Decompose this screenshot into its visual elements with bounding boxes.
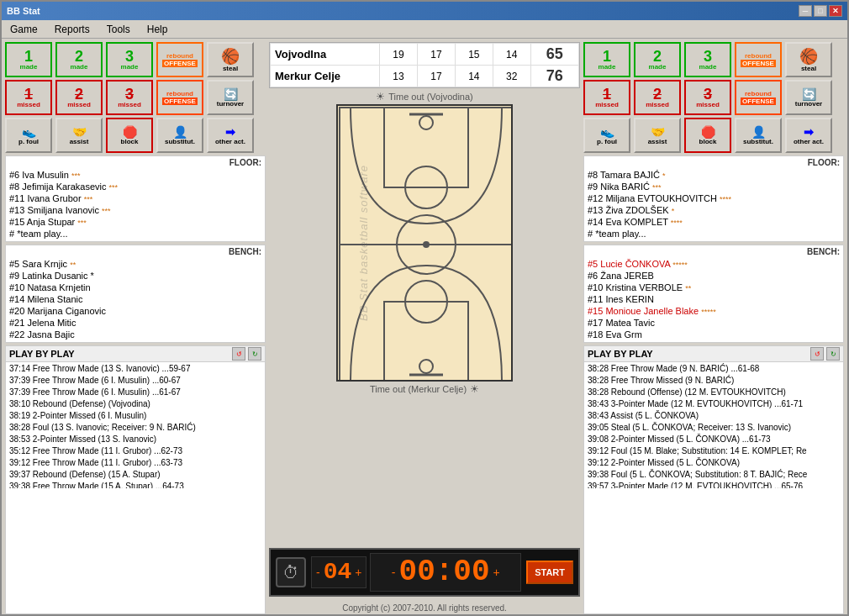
left-substitution-button[interactable]: 👤substitut. bbox=[156, 118, 203, 153]
left-floor-player-2[interactable]: #8 Jefimija Karakasevic *** bbox=[9, 181, 261, 192]
left-block-button[interactable]: 🛑block bbox=[106, 118, 153, 153]
time-minus[interactable]: - bbox=[390, 566, 398, 579]
left-bench-player-5[interactable]: #20 Marijana Ciganovic bbox=[9, 305, 261, 317]
right-pbp-icon-2[interactable]: ↻ bbox=[826, 347, 840, 361]
left-pbp-entry[interactable]: 35:12 Free Throw Made (11 I. Grubor) ...… bbox=[6, 445, 265, 457]
right-bench-player-1[interactable]: #5 Lucie ČONKOVA ***** bbox=[588, 258, 840, 270]
left-floor-player-4[interactable]: #13 Smiljana Ivanovic *** bbox=[9, 204, 261, 216]
left-bench-player-3[interactable]: #10 Natasa Krnjetin bbox=[9, 282, 261, 293]
right-floor-player-4[interactable]: #13 Živa ZDOLŠEK * bbox=[588, 204, 840, 216]
right-pbp-entry[interactable]: 39:12 2-Pointer Missed (5 L. ČONKOVA) bbox=[584, 457, 843, 469]
right-bench-player-5[interactable]: #15 Monioue Janelle Blake ***** bbox=[588, 305, 840, 317]
left-bench-player-7[interactable]: #22 Jasna Bajic bbox=[9, 329, 261, 340]
left-3-made-button[interactable]: 3made bbox=[106, 42, 153, 77]
left-bench-player-2[interactable]: #9 Latinka Dusanic * bbox=[9, 270, 261, 282]
right-floor-player-3[interactable]: #12 Miljana EVTOUKHOVITCH **** bbox=[588, 192, 840, 204]
right-bench-player-4[interactable]: #11 Ines KERIN bbox=[588, 293, 840, 305]
right-bench-player-7[interactable]: #18 Eva Grm bbox=[588, 329, 840, 340]
left-foul-button[interactable]: 👟p. foul bbox=[5, 118, 52, 153]
left-pbp-entry[interactable]: 38:19 2-Pointer Missed (6 I. Musulin) bbox=[6, 410, 265, 422]
right-rebound-offense-button[interactable]: rebound OFFENSE bbox=[735, 42, 782, 77]
right-pbp-entry[interactable]: 39:12 Foul (15 M. Blake; Substitution: 1… bbox=[584, 445, 843, 457]
right-pbp-section: PLAY BY PLAY ↺ ↻ 38:28 Free Throw Made (… bbox=[583, 345, 844, 614]
left-pbp-entry[interactable]: 37:14 Free Throw Made (13 S. Ivanovic) .… bbox=[6, 363, 265, 375]
left-floor-player-1[interactable]: #6 Iva Musulin *** bbox=[9, 169, 261, 181]
left-floor-player-3[interactable]: #11 Ivana Grubor *** bbox=[9, 192, 261, 204]
left-pbp-entry[interactable]: 39:12 Free Throw Made (11 I. Grubor) ...… bbox=[6, 457, 265, 469]
left-bench-player-4[interactable]: #14 Milena Stanic bbox=[9, 293, 261, 305]
team2-q3: 14 bbox=[455, 66, 493, 87]
left-floor-player-5[interactable]: #15 Anja Stupar *** bbox=[9, 216, 261, 228]
right-pbp-entry[interactable]: 38:28 Free Throw Missed (9 N. BARIĆ) bbox=[584, 375, 843, 387]
right-bench-player-3[interactable]: #10 Kristina VERBOLE ** bbox=[588, 282, 840, 293]
left-1-missed-button[interactable]: 1missed bbox=[5, 80, 52, 115]
left-pbp-entry[interactable]: 39:37 Rebound (Defense) (15 A. Stupar) bbox=[6, 469, 265, 481]
left-pbp-icon-1[interactable]: ↺ bbox=[232, 347, 245, 361]
left-3-missed-button[interactable]: 3missed bbox=[106, 80, 153, 115]
right-1-missed-button[interactable]: 1missed bbox=[583, 80, 630, 115]
right-foul-button[interactable]: 👟p. foul bbox=[583, 118, 630, 153]
left-bench-player-1[interactable]: #5 Sara Krnjic ** bbox=[9, 258, 261, 270]
start-button[interactable]: START bbox=[526, 561, 573, 584]
left-pbp-entry[interactable]: 38:53 2-Pointer Missed (13 S. Ivanovic) bbox=[6, 434, 265, 445]
left-pbp-entry[interactable]: 38:10 Rebound (Defense) (Vojvodina) bbox=[6, 398, 265, 410]
left-assist-button[interactable]: 🤝assist bbox=[55, 118, 103, 153]
left-turnover-button[interactable]: 🔄turnover bbox=[207, 80, 254, 115]
right-block-button[interactable]: 🛑block bbox=[684, 118, 731, 153]
left-steal-button[interactable]: 🏀steal bbox=[207, 42, 254, 77]
right-floor-player-5[interactable]: #14 Eva KOMPLET **** bbox=[588, 216, 840, 228]
timer-display: - 04 + - 00:00 + bbox=[311, 553, 521, 592]
menu-help[interactable]: Help bbox=[142, 22, 173, 37]
right-bench-player-6[interactable]: #17 Matea Tavic bbox=[588, 317, 840, 329]
right-2-missed-button[interactable]: 2missed bbox=[634, 80, 681, 115]
left-floor-player-team[interactable]: # *team play... bbox=[9, 228, 261, 240]
left-pbp-entry[interactable]: 37:39 Free Throw Made (6 I. Musulin) ...… bbox=[6, 375, 265, 387]
menu-game[interactable]: Game bbox=[5, 22, 43, 37]
right-rebound-defense-button[interactable]: rebound OFFENSE bbox=[735, 80, 782, 115]
menu-tools[interactable]: Tools bbox=[102, 22, 135, 37]
right-steal-button[interactable]: 🏀steal bbox=[785, 42, 832, 77]
team1-q3: 15 bbox=[455, 44, 493, 66]
left-pbp-entry[interactable]: 39:38 Free Throw Made (15 A. Stupar) ...… bbox=[6, 481, 265, 488]
right-floor-player-1[interactable]: #8 Tamara BAJIĆ * bbox=[588, 169, 840, 181]
timeout-top: ☀ Time out (Vojvodina) bbox=[376, 91, 472, 103]
left-2-missed-button[interactable]: 2missed bbox=[55, 80, 103, 115]
right-pbp-entry[interactable]: 38:43 Assist (5 L. ČONKOVA) bbox=[584, 410, 843, 422]
quarter-plus[interactable]: + bbox=[353, 566, 363, 579]
left-1-made-button[interactable]: 1made bbox=[5, 42, 52, 77]
right-other-button[interactable]: ➡other act. bbox=[785, 118, 832, 153]
right-substitution-button[interactable]: 👤substitut. bbox=[735, 118, 782, 153]
right-pbp-entry[interactable]: 39:08 2-Pointer Missed (5 L. ČONKOVA) ..… bbox=[584, 434, 843, 445]
right-bench-player-2[interactable]: #6 Žana JEREB bbox=[588, 270, 840, 282]
left-bench-player-6[interactable]: #21 Jelena Mitic bbox=[9, 317, 261, 329]
right-2-made-button[interactable]: 2made bbox=[634, 42, 681, 77]
left-other-button[interactable]: ➡other act. bbox=[207, 118, 254, 153]
right-1-made-button[interactable]: 1made bbox=[583, 42, 630, 77]
left-2-made-button[interactable]: 2made bbox=[55, 42, 103, 77]
right-pbp-entry[interactable]: 39:05 Steal (5 L. ČONKOVA; Receiver: 13 … bbox=[584, 422, 843, 434]
right-floor-player-2[interactable]: #9 Nika BARIĆ *** bbox=[588, 181, 840, 192]
right-3-missed-button[interactable]: 3missed bbox=[684, 80, 731, 115]
left-panel: 1made 2made 3made rebound OFFENSE 🏀steal… bbox=[5, 42, 266, 614]
right-pbp-entry[interactable]: 38:43 3-Pointer Made (12 M. EVTOUKHOVITC… bbox=[584, 398, 843, 410]
left-pbp-icon-2[interactable]: ↻ bbox=[248, 347, 261, 361]
close-button[interactable]: ✕ bbox=[829, 5, 842, 17]
minimize-button[interactable]: ─ bbox=[799, 5, 812, 17]
right-pbp-entry[interactable]: 38:28 Free Throw Made (9 N. BARIĆ) ...61… bbox=[584, 363, 843, 375]
left-rebound-defense-button[interactable]: rebound OFFENSE bbox=[156, 80, 203, 115]
right-turnover-button[interactable]: 🔄turnover bbox=[785, 80, 832, 115]
right-pbp-icon-1[interactable]: ↺ bbox=[810, 347, 824, 361]
right-pbp-entry[interactable]: 39:57 3-Pointer Made (12 M. EVTOUKHOVITC… bbox=[584, 481, 843, 488]
left-rebound-offense-button[interactable]: rebound OFFENSE bbox=[156, 42, 203, 77]
right-pbp-entry[interactable]: 38:28 Rebound (Offense) (12 M. EVTOUKHOV… bbox=[584, 387, 843, 398]
maximize-button[interactable]: □ bbox=[814, 5, 827, 17]
right-floor-player-team[interactable]: # *team play... bbox=[588, 228, 840, 240]
right-pbp-entry[interactable]: 39:38 Foul (5 L. ČONKOVA; Substitution: … bbox=[584, 469, 843, 481]
left-pbp-entry[interactable]: 38:28 Foul (13 S. Ivanovic; Receiver: 9 … bbox=[6, 422, 265, 434]
quarter-minus[interactable]: - bbox=[314, 566, 322, 579]
menu-reports[interactable]: Reports bbox=[50, 22, 95, 37]
time-plus[interactable]: + bbox=[492, 566, 502, 579]
right-3-made-button[interactable]: 3made bbox=[684, 42, 731, 77]
right-assist-button[interactable]: 🤝assist bbox=[634, 118, 681, 153]
left-pbp-entry[interactable]: 37:39 Free Throw Made (6 I. Musulin) ...… bbox=[6, 387, 265, 398]
